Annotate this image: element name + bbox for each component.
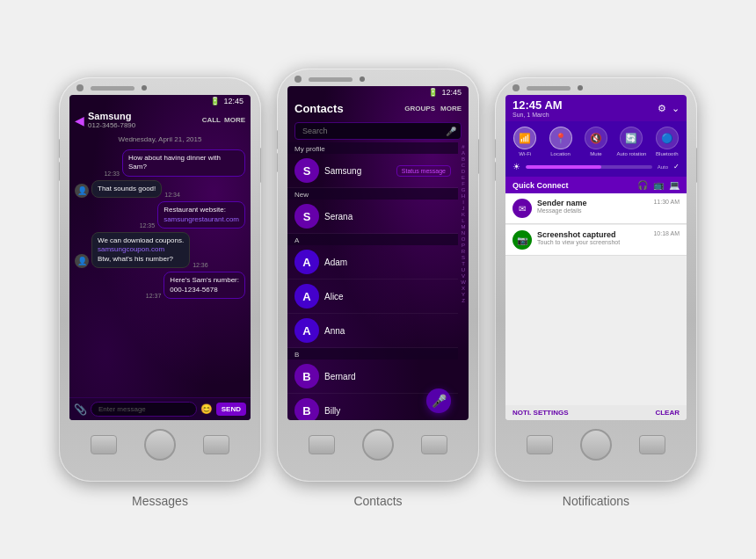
bluetooth-toggle[interactable]: 🔵 Bluetooth bbox=[651, 127, 683, 156]
contacts-body: My profile S Samsung Status message New … bbox=[287, 142, 469, 420]
avatar: 👤 bbox=[75, 184, 89, 198]
notification-detail: Message details bbox=[537, 207, 648, 214]
list-item[interactable]: A Alice bbox=[287, 280, 458, 314]
mute-label: Mute bbox=[590, 151, 601, 156]
alpha-scrollbar[interactable]: # A B C D E F G H I J K L bbox=[458, 142, 469, 420]
location-toggle[interactable]: 📍 Location bbox=[544, 127, 576, 156]
status-message-button[interactable]: Status message bbox=[396, 165, 451, 177]
notifications-screen: 12:45 AM Sun, 1 March ⚙ ⌄ 📶 Wi-Fi bbox=[505, 95, 687, 420]
power-button bbox=[260, 148, 261, 183]
recents-button[interactable] bbox=[421, 435, 447, 454]
alpha-x: X bbox=[462, 286, 465, 291]
quick-connect-icons: 🎧 📺 💻 bbox=[637, 180, 680, 190]
alpha-a: A bbox=[462, 150, 465, 156]
back-button[interactable] bbox=[91, 435, 117, 454]
send-button[interactable]: SEND bbox=[216, 403, 246, 416]
back-arrow-icon[interactable]: ◀ bbox=[75, 113, 84, 127]
rotation-toggle[interactable]: 🔄 Auto rotation bbox=[615, 127, 647, 156]
list-item[interactable]: 📷 Screenshot captured Touch to view your… bbox=[505, 225, 687, 256]
alpha-k: K bbox=[462, 212, 465, 217]
alpha-f: F bbox=[462, 181, 465, 186]
call-button[interactable]: CALL bbox=[202, 116, 221, 124]
list-item[interactable]: A Anna bbox=[287, 314, 458, 348]
brightness-bar[interactable] bbox=[526, 165, 652, 169]
attach-icon[interactable]: 📎 bbox=[74, 403, 87, 416]
list-item[interactable]: S Serana bbox=[287, 200, 458, 234]
phone-bottom bbox=[495, 420, 697, 473]
list-item[interactable]: A Adam bbox=[287, 245, 458, 280]
battery-icon: 🔋 bbox=[428, 88, 438, 97]
email-notification-icon: ✉ bbox=[512, 199, 532, 218]
chevron-down-icon[interactable]: ⌄ bbox=[672, 103, 680, 114]
vol-buttons bbox=[277, 130, 278, 172]
message-input[interactable]: Enter message bbox=[91, 402, 197, 417]
message-bubble: That sounds good! bbox=[91, 180, 162, 198]
location-icon: 📍 bbox=[549, 127, 572, 149]
add-contact-fab[interactable]: 🎤 bbox=[426, 388, 451, 413]
top-dots bbox=[294, 76, 365, 83]
restaurant-link[interactable]: samsungrestaurant.com bbox=[164, 215, 239, 223]
headphone-icon[interactable]: 🎧 bbox=[637, 180, 648, 190]
message-bubbles: 12:33 How about having dinner with Sam? … bbox=[69, 146, 251, 397]
alpha-g: G bbox=[462, 187, 466, 192]
home-button[interactable] bbox=[362, 429, 394, 461]
current-date: Sun, 1 March bbox=[512, 112, 563, 118]
alpha-s: S bbox=[462, 255, 465, 260]
table-row: 12:33 How about having dinner with Sam? bbox=[75, 149, 245, 177]
speaker bbox=[91, 86, 134, 91]
alpha-e: E bbox=[462, 175, 465, 180]
list-item[interactable]: ✉ Sender name Message details 11:30 AM bbox=[505, 193, 687, 224]
home-button[interactable] bbox=[580, 429, 612, 461]
section-new: New bbox=[287, 188, 458, 200]
my-profile-row[interactable]: S Samsung Status message bbox=[287, 154, 458, 188]
current-time: 12:45 AM bbox=[512, 98, 563, 112]
search-input[interactable] bbox=[294, 122, 462, 140]
auto-checkbox[interactable]: ✓ bbox=[673, 163, 680, 171]
back-button[interactable] bbox=[309, 435, 335, 454]
sensor bbox=[578, 85, 583, 91]
alpha-m: M bbox=[462, 224, 466, 229]
clear-notifications-button[interactable]: CLEAR bbox=[655, 409, 680, 417]
top-dots bbox=[76, 84, 147, 91]
camera bbox=[76, 84, 84, 91]
rotation-icon: 🔄 bbox=[620, 127, 643, 149]
wifi-toggle[interactable]: 📶 Wi-Fi bbox=[509, 127, 541, 156]
phone-bottom bbox=[277, 420, 479, 473]
brightness-icon: ☀ bbox=[512, 162, 520, 171]
recents-button[interactable] bbox=[203, 435, 229, 454]
contact-name: Samsung bbox=[88, 111, 202, 121]
notifications-app: 12:45 AM Sun, 1 March ⚙ ⌄ 📶 Wi-Fi bbox=[505, 95, 687, 420]
recents-button[interactable] bbox=[639, 435, 665, 454]
back-button[interactable] bbox=[527, 435, 553, 454]
alpha-o: O bbox=[462, 236, 466, 242]
alpha-j: J bbox=[462, 206, 465, 211]
messages-app: 🔋 12:45 ◀ Samsung 012-3456-7890 CALL MOR… bbox=[69, 95, 251, 420]
more-button[interactable]: MORE bbox=[440, 105, 462, 113]
alpha-hash: # bbox=[462, 144, 464, 149]
list-item[interactable]: B Bernard bbox=[287, 359, 458, 394]
quick-connect-label: Quick Connect bbox=[512, 181, 569, 190]
contacts-phone-wrapper: 🔋 12:45 Contacts GROUPS MORE 🎤 bbox=[277, 69, 479, 508]
brightness-row: ☀ Auto ✓ bbox=[505, 160, 687, 177]
contact-name: Serana bbox=[324, 212, 451, 221]
gear-icon[interactable]: ⚙ bbox=[658, 103, 666, 114]
emoji-icon[interactable]: 😊 bbox=[200, 403, 213, 415]
laptop-icon[interactable]: 💻 bbox=[669, 180, 680, 190]
contacts-phone-frame: 🔋 12:45 Contacts GROUPS MORE 🎤 bbox=[277, 69, 479, 482]
home-button[interactable] bbox=[144, 429, 176, 461]
coupon-link[interactable]: samsungcoupon.com bbox=[98, 245, 164, 253]
messages-time: 12:45 bbox=[223, 97, 244, 105]
messages-header: ◀ Samsung 012-3456-7890 CALL MORE bbox=[69, 107, 251, 133]
microphone-icon[interactable]: 🎤 bbox=[446, 126, 456, 135]
groups-button[interactable]: GROUPS bbox=[404, 105, 435, 113]
rotation-label: Auto rotation bbox=[616, 151, 646, 156]
mute-toggle[interactable]: 🔇 Mute bbox=[580, 127, 612, 156]
more-button[interactable]: MORE bbox=[224, 116, 245, 124]
alpha-u: U bbox=[462, 267, 465, 272]
notification-content: Screenshot captured Touch to view your s… bbox=[537, 230, 648, 245]
contact-avatar: A bbox=[294, 284, 319, 309]
contact-avatar: S bbox=[294, 204, 319, 229]
tv-icon[interactable]: 📺 bbox=[653, 180, 664, 190]
message-time: 12:37 bbox=[146, 293, 162, 299]
notification-settings-button[interactable]: NOTI. SETTINGS bbox=[512, 409, 569, 417]
